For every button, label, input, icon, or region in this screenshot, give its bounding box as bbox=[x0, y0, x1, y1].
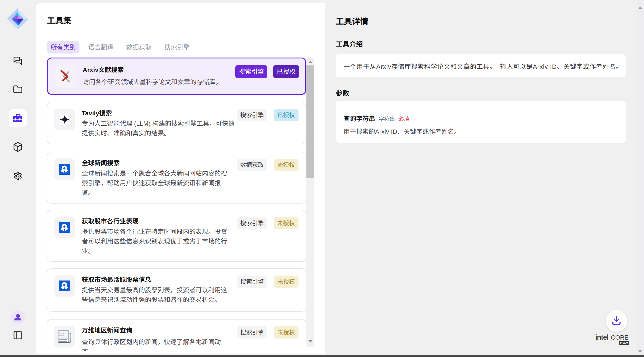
svg-text:NEW: NEW bbox=[60, 335, 64, 337]
svg-text:LOCAL: LOCAL bbox=[60, 333, 66, 335]
